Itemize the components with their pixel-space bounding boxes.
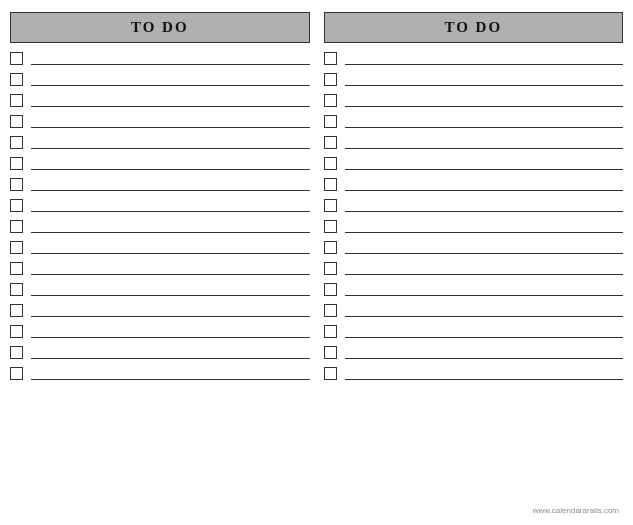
todo-item [10,343,310,364]
checkbox[interactable] [10,346,23,359]
todo-item [324,154,624,175]
todo-item [10,259,310,280]
todo-line [31,232,310,233]
checkbox[interactable] [324,94,337,107]
todo-line [345,169,624,170]
checkbox[interactable] [324,157,337,170]
checkbox[interactable] [10,178,23,191]
todo-line [345,253,624,254]
todo-item [10,49,310,70]
todo-line [345,316,624,317]
checkbox[interactable] [324,262,337,275]
todo-item [10,301,310,322]
todo-line [31,148,310,149]
todo-item [10,70,310,91]
todo-item [324,280,624,301]
todo-line [31,295,310,296]
checkbox[interactable] [10,157,23,170]
checkbox[interactable] [10,73,23,86]
todo-item [324,133,624,154]
todo-line [31,190,310,191]
todo-line [31,64,310,65]
checkbox[interactable] [10,199,23,212]
checkbox[interactable] [324,199,337,212]
todo-item [10,217,310,238]
checkbox[interactable] [324,115,337,128]
checkbox[interactable] [324,346,337,359]
todo-column-left: TO DO [10,12,310,500]
todo-item [10,322,310,343]
todo-item [324,175,624,196]
checkbox[interactable] [324,241,337,254]
todo-line [31,337,310,338]
checkbox[interactable] [10,94,23,107]
checkbox[interactable] [324,283,337,296]
todo-item [10,175,310,196]
checkbox[interactable] [324,304,337,317]
todo-item [10,91,310,112]
todo-line [345,85,624,86]
todo-item [10,280,310,301]
todo-line [31,169,310,170]
checkbox[interactable] [10,367,23,380]
todo-item [324,259,624,280]
checkbox[interactable] [10,115,23,128]
todo-line [31,253,310,254]
checkbox[interactable] [324,136,337,149]
todo-line [345,337,624,338]
checkbox[interactable] [10,262,23,275]
checkbox[interactable] [324,73,337,86]
todo-list-right [324,49,624,385]
checkbox[interactable] [324,52,337,65]
todo-item [324,70,624,91]
todo-line [31,127,310,128]
todo-item [324,322,624,343]
todo-column-right: TO DO [324,12,624,500]
todo-item [10,196,310,217]
todo-line [31,85,310,86]
checkbox[interactable] [10,136,23,149]
todo-line [31,379,310,380]
todo-line [31,316,310,317]
todo-line [31,274,310,275]
todo-line [345,211,624,212]
checkbox[interactable] [10,304,23,317]
todo-item [324,217,624,238]
todo-line [345,295,624,296]
checkbox[interactable] [324,325,337,338]
todo-item [10,364,310,385]
todo-item [324,112,624,133]
todo-item [10,238,310,259]
todo-header-left: TO DO [10,12,310,43]
checkbox[interactable] [324,178,337,191]
todo-line [345,274,624,275]
todo-line [345,127,624,128]
page: TO DO TO DO www.calendararalis.com [10,12,623,515]
checkbox[interactable] [10,325,23,338]
checkbox[interactable] [10,283,23,296]
todo-item [324,301,624,322]
todo-item [10,112,310,133]
todo-item [324,364,624,385]
todo-item [324,238,624,259]
checkbox[interactable] [10,241,23,254]
todo-line [31,358,310,359]
checkbox[interactable] [10,52,23,65]
todo-line [345,106,624,107]
todo-line [345,232,624,233]
todo-line [31,211,310,212]
todo-item [324,196,624,217]
todo-item [324,91,624,112]
checkbox[interactable] [324,367,337,380]
checkbox[interactable] [324,220,337,233]
todo-line [31,106,310,107]
todo-header-right: TO DO [324,12,624,43]
todo-item [10,154,310,175]
todo-line [345,358,624,359]
todo-line [345,379,624,380]
todo-line [345,148,624,149]
todo-columns: TO DO TO DO [10,12,623,500]
todo-list-left [10,49,310,385]
checkbox[interactable] [10,220,23,233]
footer: www.calendararalis.com [10,506,623,515]
